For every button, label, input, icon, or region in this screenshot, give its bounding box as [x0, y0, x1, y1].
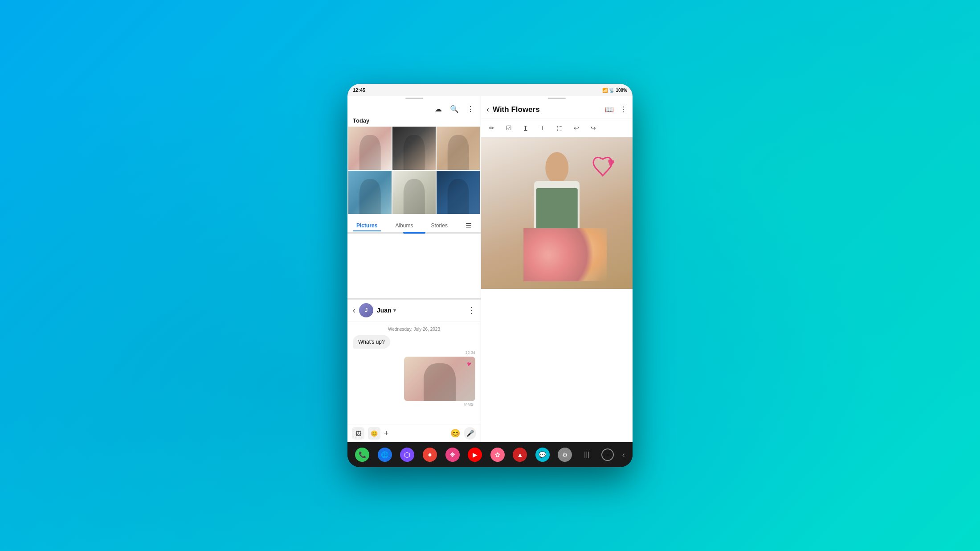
- message-date: Wednesday, July 26, 2023: [353, 327, 475, 332]
- status-time: 12:45: [353, 87, 365, 93]
- contact-avatar: J: [359, 303, 373, 317]
- notes-flower-image: ♥: [481, 137, 633, 289]
- toolbar-redo-icon[interactable]: ↪: [587, 122, 600, 134]
- messages-input-bar: 🖼 😊 + 😊 🎤: [347, 424, 481, 442]
- gallery-divider-handle[interactable]: [403, 232, 425, 234]
- thumb-person: [359, 179, 381, 214]
- messages-attach-button[interactable]: 🖼: [352, 427, 364, 440]
- notes-book-icon[interactable]: 📖: [605, 105, 614, 114]
- message-time: 12:34: [353, 350, 475, 355]
- gallery-app: ☁ 🔍 ⋮ Today: [347, 96, 481, 300]
- notes-header-icons: 📖 ⋮: [605, 105, 627, 114]
- messages-emoji-button[interactable]: 😊: [450, 428, 460, 438]
- notes-more-button[interactable]: ⋮: [620, 105, 627, 114]
- messages-back-button[interactable]: ‹: [353, 306, 355, 315]
- messages-mic-button[interactable]: 🎤: [464, 427, 476, 440]
- thumb-person: [403, 135, 425, 170]
- home-circle-icon: ○: [606, 452, 609, 457]
- nav-settings-icon[interactable]: ⚙: [558, 448, 572, 462]
- toolbar-text-format-icon[interactable]: T: [519, 122, 532, 134]
- mms-heart-decoration: ♥: [466, 360, 471, 368]
- nav-app1-icon[interactable]: ●: [423, 448, 437, 462]
- thumb-person: [447, 135, 469, 170]
- notes-drag-handle[interactable]: [548, 98, 566, 99]
- contact-chevron-icon[interactable]: ▾: [393, 308, 396, 313]
- thumb-person: [403, 179, 425, 214]
- mms-label: MMS: [462, 401, 475, 407]
- gallery-tabs: Pictures Albums Stories ☰: [347, 216, 481, 232]
- nav-youtube-icon[interactable]: ▶: [468, 448, 482, 462]
- gallery-toolbar: ☁ 🔍 ⋮: [347, 100, 481, 115]
- left-panel: ☁ 🔍 ⋮ Today: [347, 96, 481, 442]
- messages-app: ‹ J Juan ▾ ⋮ Wednesday, July 26, 2023 Wh…: [347, 300, 481, 442]
- battery-text: 100%: [616, 88, 627, 93]
- nav-flower-icon[interactable]: ❋: [445, 448, 460, 462]
- toolbar-checkbox-icon[interactable]: ☑: [502, 122, 515, 134]
- gallery-divider: [347, 232, 481, 234]
- notes-content: ♥: [481, 137, 633, 442]
- notes-title: With Flowers: [493, 105, 601, 114]
- nav-phone-icon[interactable]: 📞: [355, 448, 369, 462]
- flowers-bunch: [523, 228, 607, 281]
- gallery-thumb-2[interactable]: [392, 127, 436, 170]
- split-area: ☁ 🔍 ⋮ Today: [347, 96, 633, 442]
- gallery-thumb-1[interactable]: [348, 127, 392, 170]
- gallery-tab-menu-icon[interactable]: ☰: [462, 220, 475, 232]
- toolbar-frame-icon[interactable]: ⬚: [553, 122, 566, 134]
- nav-internet-icon[interactable]: 🌐: [378, 448, 392, 462]
- gallery-search-button[interactable]: 🔍: [449, 104, 459, 114]
- person-head: [545, 152, 568, 184]
- messages-more-button[interactable]: ⋮: [467, 305, 475, 315]
- gallery-drag-handle[interactable]: [405, 98, 423, 99]
- toolbar-undo-icon[interactable]: ↩: [570, 122, 583, 134]
- mms-image[interactable]: ♥: [404, 357, 475, 401]
- notes-header: ‹ With Flowers 📖 ⋮: [481, 100, 633, 119]
- mms-person-shape: [424, 363, 456, 401]
- nav-apps-icon[interactable]: ⬡: [400, 448, 414, 462]
- status-bar: 12:45 📶 📡 100%: [347, 84, 633, 96]
- notes-blank-area[interactable]: [481, 289, 633, 442]
- nav-multitask-button[interactable]: |||: [580, 449, 593, 461]
- gallery-more-button[interactable]: ⋮: [466, 104, 475, 114]
- notes-toolbar: ✏ ☑ T T ⬚ ↩ ↪: [481, 119, 633, 137]
- messages-sticker-button[interactable]: 😊: [368, 427, 380, 440]
- messages-add-button[interactable]: +: [384, 429, 389, 438]
- contact-name: Juan ▾: [377, 307, 396, 314]
- nav-app3-icon[interactable]: ▲: [513, 448, 527, 462]
- gallery-thumb-6[interactable]: [437, 171, 480, 214]
- nav-home-button[interactable]: ○: [601, 448, 614, 461]
- messages-body[interactable]: Wednesday, July 26, 2023 What's up? 12:3…: [347, 321, 481, 424]
- toolbar-pen-icon[interactable]: ✏: [486, 122, 498, 134]
- messages-header: ‹ J Juan ▾ ⋮: [347, 300, 481, 321]
- bottom-nav: 📞 🌐 ⬡ ● ❋ ▶ ✿ ▲ 💬 ⚙ ||| ○ ‹: [347, 442, 633, 467]
- gallery-grid: [347, 127, 481, 214]
- notes-app: ‹ With Flowers 📖 ⋮ ✏ ☑ T T ⬚ ↩ ↪: [481, 96, 633, 442]
- gallery-cloud-button[interactable]: ☁: [433, 104, 443, 114]
- wifi-icon: 📶: [602, 88, 608, 93]
- message-bubble-whatsup: What's up?: [353, 335, 390, 349]
- nav-app2-icon[interactable]: ✿: [490, 448, 505, 462]
- gallery-thumb-3[interactable]: [437, 127, 480, 170]
- nav-messages-icon[interactable]: 💬: [535, 448, 550, 462]
- nav-back-button[interactable]: ‹: [622, 450, 625, 460]
- foldable-device: 12:45 📶 📡 100% ☁ 🔍 ⋮ Today: [347, 84, 633, 467]
- tab-albums[interactable]: Albums: [392, 221, 416, 231]
- gallery-section-label: Today: [347, 115, 481, 127]
- tab-stories[interactable]: Stories: [428, 221, 451, 231]
- tab-pictures[interactable]: Pictures: [353, 221, 381, 231]
- thumb-person: [359, 135, 381, 170]
- heart-drawing-svg: [585, 152, 621, 179]
- notes-back-button[interactable]: ‹: [486, 105, 489, 114]
- gallery-thumb-4[interactable]: [348, 171, 392, 214]
- thumb-person: [447, 179, 469, 214]
- signal-icon: 📡: [609, 88, 614, 93]
- status-icons: 📶 📡 100%: [602, 88, 627, 93]
- toolbar-text-icon[interactable]: T: [536, 122, 549, 134]
- gallery-thumb-5[interactable]: [392, 171, 436, 214]
